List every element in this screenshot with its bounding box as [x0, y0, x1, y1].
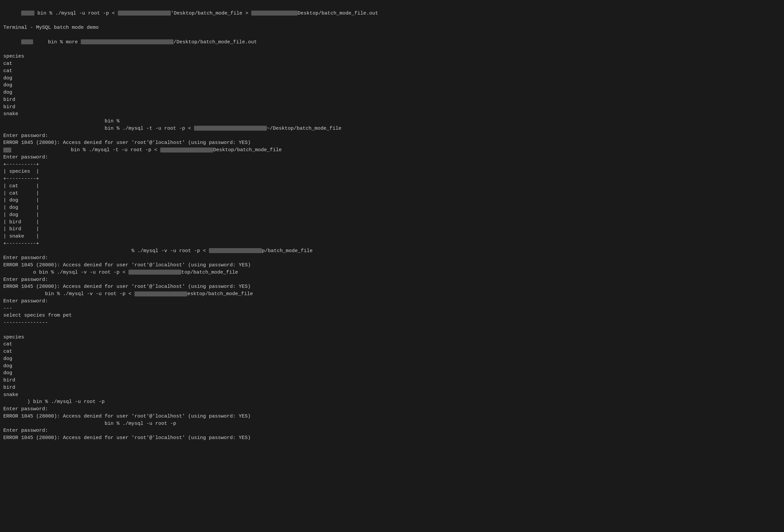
- divider-line: ---: [3, 305, 447, 312]
- terminal-line: bin % ./mysql -t -u root -p < Desktop/ba…: [3, 147, 447, 154]
- terminal-line: bin % ./mysql -v -u root -p < esktop/bat…: [3, 291, 447, 298]
- password-prompt: Enter password:: [3, 276, 447, 284]
- redacted-block: [160, 148, 213, 152]
- redacted-block: [21, 39, 33, 45]
- terminal-line: o bin % ./mysql -v -u root -p < top/batc…: [3, 269, 447, 276]
- password-prompt: Enter password:: [3, 132, 447, 140]
- redacted-block: [21, 10, 34, 16]
- error-line: ERROR 1045 (28000): Access denied for us…: [3, 435, 447, 442]
- terminal-line: ) bin % ./mysql -u root -p: [3, 398, 447, 406]
- command-text: bin % ./mysql -u root -p <: [34, 10, 118, 16]
- password-prompt: Enter password:: [3, 154, 447, 161]
- command-text: Desktop/batch_mode_file.out: [298, 10, 378, 16]
- password-prompt: Enter password:: [3, 255, 447, 262]
- password-prompt: Enter password:: [3, 298, 447, 305]
- password-prompt: Enter password:: [3, 427, 447, 435]
- redacted-block: [194, 126, 267, 131]
- redacted-block: [3, 148, 11, 152]
- password-prompt: Terminal - MySQL batch mode demo: [3, 24, 447, 31]
- command-text: bin % more: [33, 39, 81, 45]
- terminal-line: bin % ./mysql -t -u root -p < ~/Desktop/…: [3, 125, 447, 132]
- divider-line-2: ---------------: [3, 319, 447, 327]
- command-text: 'Desktop/batch_mode_file >: [171, 10, 251, 16]
- blank-line: [3, 327, 447, 334]
- redacted-block: [129, 270, 181, 275]
- redacted-block: [81, 39, 173, 45]
- redacted-block: [209, 248, 262, 253]
- terminal-line: bin % ./mysql -u root -p < 'Desktop/batc…: [3, 3, 447, 24]
- redacted-block: [134, 292, 187, 296]
- command-text: /Desktop/batch_mode_file.out: [173, 39, 257, 45]
- error-line: ERROR 1045 (28000): Access denied for us…: [3, 283, 447, 291]
- error-line: ERROR 1045 (28000): Access denied for us…: [3, 139, 447, 147]
- output-block-2: species cat cat dog dog dog bird bird sn…: [3, 334, 447, 399]
- table-output: +----------+ | species | +----------+ | …: [3, 161, 447, 247]
- redacted-block: [118, 10, 171, 16]
- output-block: species cat cat dog dog dog bird bird sn…: [3, 53, 447, 118]
- error-line: ERROR 1045 (28000): Access denied for us…: [3, 262, 447, 269]
- redacted-block: [251, 10, 298, 16]
- password-prompt: Enter password:: [3, 406, 447, 413]
- error-line: ERROR 1045 (28000): Access denied for us…: [3, 413, 447, 420]
- terminal-line: bin % more /Desktop/batch_mode_file.out: [3, 31, 447, 53]
- terminal-window: bin % ./mysql -u root -p < 'Desktop/batc…: [3, 3, 447, 442]
- query-line: select species from pet: [3, 312, 447, 319]
- terminal-line: bin %: [3, 118, 447, 125]
- terminal-line: bin % ./mysql -u root -p: [3, 420, 447, 427]
- terminal-line: % ./mysql -v -u root -p < p/batch_mode_f…: [3, 247, 447, 255]
